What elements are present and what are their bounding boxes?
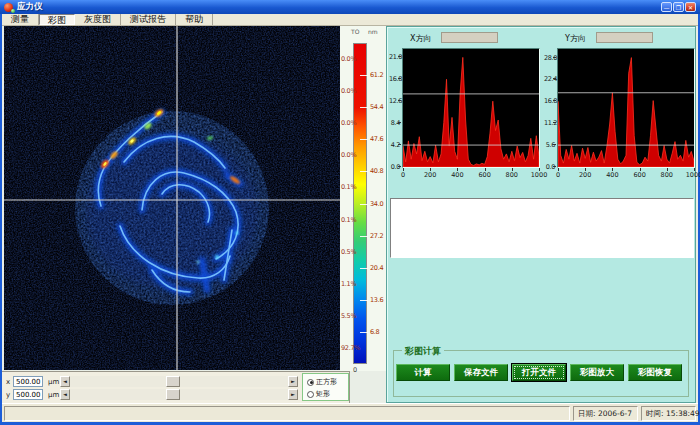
- x-tick-label: 400: [445, 171, 469, 179]
- main-content: TO nm 61.254.447.640.834.027.220.413.66.…: [2, 26, 698, 403]
- y-scrollbar-thumb[interactable]: [166, 389, 180, 400]
- colorbar-tick-mark: [360, 75, 368, 76]
- colorbar-percent-label: 5.5%: [341, 312, 356, 320]
- x-scrollbar-thumb[interactable]: [166, 376, 180, 387]
- size-controls-strip: x μm ◄ ► y μm ◄ ►: [2, 371, 350, 403]
- status-date: 日期: 2006-6-7: [573, 406, 638, 421]
- y-tick-mark: [398, 166, 401, 167]
- colorbar-tick-label: 13.6: [370, 296, 383, 304]
- chart-y-direction: Y方向 0.05.611.216.822.428.002004006008001…: [544, 27, 696, 187]
- x-tick-mark: [585, 168, 586, 171]
- chart-x-plot: [402, 48, 540, 168]
- colorbar-percent-label: 0.1%: [341, 183, 356, 191]
- colorbar-percent-label: 0.0%: [341, 87, 356, 95]
- y-tick-label: 0.0: [544, 163, 555, 171]
- x-tick-label: 0: [391, 171, 415, 179]
- colormap-zoom-button[interactable]: 彩图放大: [570, 364, 624, 381]
- menu-help[interactable]: 帮助: [176, 14, 213, 25]
- colorbar-header-right: nm: [368, 28, 378, 35]
- calculate-button[interactable]: 计算: [396, 364, 450, 381]
- x-tick-mark: [539, 168, 540, 171]
- menu-test-report[interactable]: 测试报告: [121, 14, 176, 25]
- radio-square[interactable]: 正方形: [307, 377, 337, 387]
- menu-bar: 测量彩图灰度图测试报告帮助: [2, 14, 698, 26]
- colorbar-panel: TO nm 61.254.447.640.834.027.220.413.66.…: [340, 26, 386, 371]
- status-time: 时间: 15:38:49: [641, 406, 696, 421]
- colormap-restore-button[interactable]: 彩图恢复: [628, 364, 682, 381]
- x-tick-label: 200: [573, 171, 597, 179]
- radio-rectangle[interactable]: 矩形: [307, 389, 330, 399]
- chart-x-title: X方向: [410, 33, 431, 44]
- y-tick-mark: [553, 144, 556, 145]
- y-size-scrollbar[interactable]: ◄ ►: [60, 389, 298, 400]
- colorbar-percent-label: 0.1%: [341, 216, 356, 224]
- y-tick-mark: [553, 78, 556, 79]
- x-tick-label: 0: [546, 171, 570, 179]
- y-tick-label: 28.0: [544, 54, 555, 62]
- status-bar: 日期: 2006-6-7 时间: 15:38:49: [2, 403, 698, 422]
- x-tick-mark: [694, 168, 695, 171]
- window-title: 应力仪: [17, 1, 43, 13]
- y-tick-mark: [398, 144, 401, 145]
- menu-grayscale[interactable]: 灰度图: [75, 14, 121, 25]
- y-tick-label: 8.4: [389, 119, 400, 127]
- app-icon: [4, 3, 13, 12]
- colorbar-percent-label: 92.7%: [341, 344, 360, 352]
- y-tick-label: 11.2: [544, 119, 555, 127]
- menu-colormap[interactable]: 彩图: [39, 14, 75, 25]
- results-text-area[interactable]: [390, 198, 694, 258]
- y-tick-label: 22.4: [544, 75, 555, 83]
- save-file-button[interactable]: 保存文件: [454, 364, 508, 381]
- scroll-right-icon[interactable]: ►: [288, 389, 298, 400]
- colorbar-tick-label: 6.8: [370, 328, 379, 336]
- colorbar-tick-mark: [360, 107, 368, 108]
- x-tick-label: 1000: [682, 171, 700, 179]
- colorbar-header-left: TO: [351, 28, 359, 35]
- chart-y-plot: [557, 48, 695, 168]
- radio-square-label: 正方形: [316, 377, 337, 387]
- restore-button[interactable]: ❐: [673, 2, 684, 12]
- y-tick-label: 16.8: [389, 75, 400, 83]
- x-tick-mark: [612, 168, 613, 171]
- open-file-button[interactable]: 打开文件: [512, 364, 566, 381]
- scroll-left-icon[interactable]: ◄: [60, 389, 70, 400]
- x-size-field[interactable]: [13, 376, 43, 387]
- colorbar-tick-mark: [360, 139, 368, 140]
- y-tick-mark: [553, 100, 556, 101]
- radio-rectangle-label: 矩形: [316, 389, 330, 399]
- scroll-right-icon[interactable]: ►: [288, 376, 298, 387]
- y-tick-mark: [553, 166, 556, 167]
- y-tick-label: 5.6: [544, 141, 555, 149]
- y-tick-label: 4.2: [389, 141, 400, 149]
- colorbar-tick-label: 54.4: [370, 103, 383, 111]
- y-tick-label: 21.0: [389, 53, 400, 61]
- x-size-scrollbar[interactable]: ◄ ►: [60, 376, 298, 387]
- colorbar-percent-label: 0.0%: [341, 151, 356, 159]
- app-window: 应力仪 — ❐ ✕ 测量彩图灰度图测试报告帮助: [0, 0, 700, 425]
- x-tick-mark: [430, 168, 431, 171]
- minimize-button[interactable]: —: [661, 2, 672, 12]
- y-unit-label: μm: [48, 391, 59, 399]
- y-tick-label: 0.0: [389, 163, 400, 171]
- close-button[interactable]: ✕: [685, 2, 696, 12]
- y-tick-mark: [398, 56, 401, 57]
- x-tick-label: 600: [473, 171, 497, 179]
- colorbar-bottom-label: 0: [353, 366, 357, 374]
- y-tick-label: 12.6: [389, 97, 400, 105]
- y-size-field[interactable]: [13, 389, 43, 400]
- chart-y-readout: [596, 32, 653, 43]
- y-tick-mark: [398, 122, 401, 123]
- colorbar-tick-mark: [360, 300, 368, 301]
- stress-colormap-image[interactable]: [4, 26, 340, 370]
- x-tick-label: 200: [418, 171, 442, 179]
- y-tick-mark: [553, 57, 556, 58]
- x-tick-label: 600: [628, 171, 652, 179]
- colormap-calc-group: 彩图计算 计算保存文件打开文件彩图放大彩图恢复: [393, 350, 689, 397]
- colorbar-tick-label: 20.4: [370, 264, 383, 272]
- colorbar-tick-label: 47.6: [370, 135, 383, 143]
- y-tick-mark: [398, 78, 401, 79]
- menu-measure[interactable]: 测量: [2, 14, 39, 25]
- scroll-left-icon[interactable]: ◄: [60, 376, 70, 387]
- x-tick-label: 400: [600, 171, 624, 179]
- colorbar-tick-label: 34.0: [370, 200, 383, 208]
